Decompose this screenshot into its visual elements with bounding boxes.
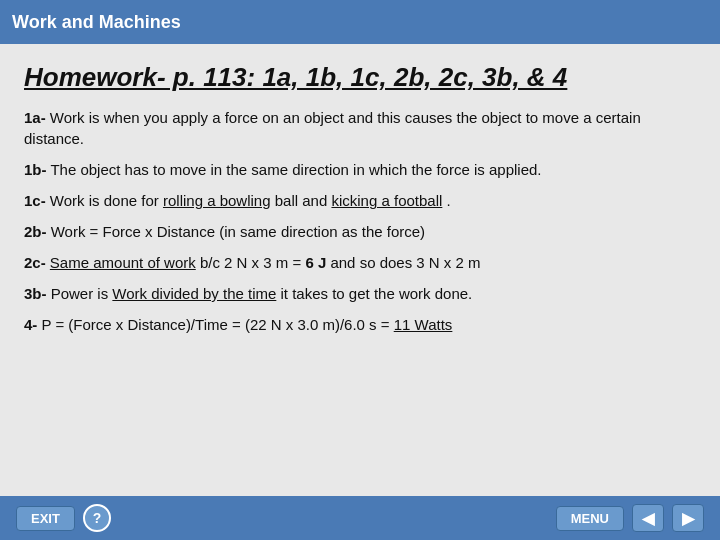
paragraph-1b: 1b- The object has to move in the same d… xyxy=(24,159,696,180)
bottom-right-controls: MENU ◀ ▶ xyxy=(556,504,704,532)
text-4-pre: P = (Force x Distance)/Time = (22 N x 3.… xyxy=(42,316,394,333)
next-button[interactable]: ▶ xyxy=(672,504,704,532)
main-content: Homework- p. 113: 1a, 1b, 1c, 2b, 2c, 3b… xyxy=(0,44,720,540)
label-1b: 1b- xyxy=(24,161,47,178)
text-3b-underline: Work divided by the time xyxy=(112,285,276,302)
text-2c-end: and so does 3 N x 2 m xyxy=(330,254,480,271)
exit-button[interactable]: EXIT xyxy=(16,506,75,531)
paragraph-1a: 1a- Work is when you apply a force on an… xyxy=(24,107,696,149)
prev-button[interactable]: ◀ xyxy=(632,504,664,532)
text-1c-mid: ball and xyxy=(275,192,332,209)
label-1a: 1a- xyxy=(24,109,46,126)
text-4-underline: 11 Watts xyxy=(394,316,453,333)
text-1c-end: . xyxy=(447,192,451,209)
help-button[interactable]: ? xyxy=(83,504,111,532)
text-1c-underline1: rolling a bowling xyxy=(163,192,271,209)
app-title: Work and Machines xyxy=(12,12,181,33)
bottom-bar: EXIT ? MENU ◀ ▶ xyxy=(0,496,720,540)
text-1b: The object has to move in the same direc… xyxy=(50,161,541,178)
text-1a: Work is when you apply a force on an obj… xyxy=(24,109,641,147)
text-2c-underline: Same amount of work xyxy=(50,254,196,271)
paragraph-2b: 2b- Work = Force x Distance (in same dir… xyxy=(24,221,696,242)
label-2b: 2b- xyxy=(24,223,47,240)
paragraph-1c: 1c- Work is done for rolling a bowling b… xyxy=(24,190,696,211)
homework-title: Homework- p. 113: 1a, 1b, 1c, 2b, 2c, 3b… xyxy=(24,62,696,93)
label-3b: 3b- xyxy=(24,285,47,302)
label-1c: 1c- xyxy=(24,192,46,209)
bottom-left-controls: EXIT ? xyxy=(16,504,111,532)
paragraph-4: 4- P = (Force x Distance)/Time = (22 N x… xyxy=(24,314,696,335)
menu-button[interactable]: MENU xyxy=(556,506,624,531)
text-3b-post: it takes to get the work done. xyxy=(281,285,473,302)
paragraph-2c: 2c- Same amount of work b/c 2 N x 3 m = … xyxy=(24,252,696,273)
paragraph-3b: 3b- Power is Work divided by the time it… xyxy=(24,283,696,304)
label-4: 4- xyxy=(24,316,37,333)
text-1c-pre: Work is done for xyxy=(50,192,163,209)
text-1c-underline2: kicking a football xyxy=(331,192,442,209)
text-3b-pre: Power is xyxy=(51,285,113,302)
content-body: 1a- Work is when you apply a force on an… xyxy=(24,107,696,528)
text-2b: Work = Force x Distance (in same directi… xyxy=(51,223,425,240)
text-2c-bold: 6 J xyxy=(305,254,326,271)
label-2c: 2c- xyxy=(24,254,46,271)
title-bar: Work and Machines xyxy=(0,0,720,44)
text-2c-mid: b/c 2 N x 3 m = xyxy=(200,254,305,271)
